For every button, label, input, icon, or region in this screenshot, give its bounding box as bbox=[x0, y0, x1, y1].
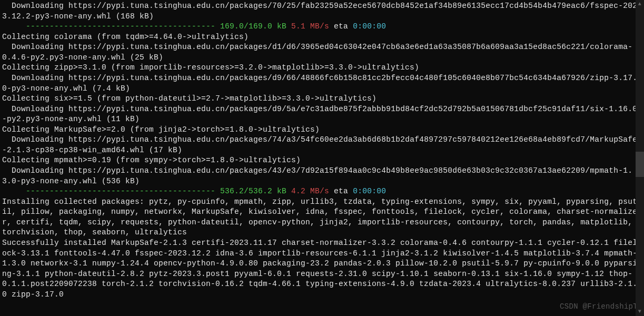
terminal-line: Downloading https://pypi.tuna.tsinghua.e… bbox=[2, 73, 642, 94]
terminal-text bbox=[2, 187, 26, 195]
scroll-down-icon[interactable]: ▼ bbox=[636, 308, 644, 316]
terminal-text: Collecting mpmath>=0.19 (from sympy->tor… bbox=[2, 156, 301, 164]
terminal-line: Downloading https://pypi.tuna.tsinghua.e… bbox=[2, 104, 642, 125]
terminal-text: ----------------------------------------… bbox=[26, 22, 286, 31]
terminal-line: Downloading https://pypi.tuna.tsinghua.e… bbox=[2, 42, 642, 63]
terminal-text: eta bbox=[329, 187, 348, 195]
terminal-text: 5.1 MB/s bbox=[286, 22, 329, 31]
terminal-text: Downloading https://pypi.tuna.tsinghua.e… bbox=[2, 74, 637, 93]
terminal-line: Downloading https://pypi.tuna.tsinghua.e… bbox=[2, 1, 642, 22]
terminal-text: Collecting MarkupSafe>=2.0 (from jinja2-… bbox=[2, 125, 320, 134]
scrollbar-thumb[interactable] bbox=[636, 152, 644, 177]
terminal-line: Downloading https://pypi.tuna.tsinghua.e… bbox=[2, 166, 642, 186]
terminal-text: eta bbox=[329, 22, 348, 31]
terminal-text: 4.2 MB/s bbox=[286, 187, 329, 195]
terminal-text: Downloading https://pypi.tuna.tsinghua.e… bbox=[2, 166, 632, 185]
terminal-line: Downloading https://pypi.tuna.tsinghua.e… bbox=[2, 135, 642, 155]
terminal-line: Installing collected packages: pytz, py-… bbox=[2, 197, 642, 238]
terminal-line: Collecting six>=1.5 (from python-dateuti… bbox=[2, 94, 642, 104]
scroll-up-icon[interactable]: ▲ bbox=[636, 0, 644, 8]
terminal-text: Downloading https://pypi.tuna.tsinghua.e… bbox=[2, 135, 637, 154]
terminal-line: Successfully installed MarkupSafe-2.1.3 … bbox=[2, 238, 642, 300]
terminal-text: Collecting six>=1.5 (from python-dateuti… bbox=[2, 94, 377, 103]
terminal-output[interactable]: Downloading https://pypi.tuna.tsinghua.e… bbox=[2, 1, 642, 300]
terminal-text: ----------------------------------------… bbox=[26, 187, 286, 195]
terminal-line: ----------------------------------------… bbox=[2, 22, 642, 32]
terminal-text: Collecting zipp>=3.1.0 (from importlib-r… bbox=[2, 63, 419, 72]
terminal-text: Successfully installed MarkupSafe-2.1.3 … bbox=[2, 239, 637, 299]
terminal-line: ----------------------------------------… bbox=[2, 186, 642, 197]
terminal-text: Collecting colorama (from tqdm>=4.64.0->… bbox=[2, 33, 249, 41]
terminal-text: Downloading https://pypi.tuna.tsinghua.e… bbox=[2, 43, 632, 62]
terminal-text: Installing collected packages: pytz, py-… bbox=[2, 197, 637, 237]
terminal-text: 0:00:00 bbox=[348, 22, 386, 31]
terminal-line: Collecting mpmath>=0.19 (from sympy->tor… bbox=[2, 155, 642, 166]
terminal-text bbox=[2, 22, 26, 31]
terminal-text: Downloading https://pypi.tuna.tsinghua.e… bbox=[2, 2, 637, 21]
terminal-text: Downloading https://pypi.tuna.tsinghua.e… bbox=[2, 105, 637, 124]
terminal-line: Collecting zipp>=3.1.0 (from importlib-r… bbox=[2, 63, 642, 73]
vertical-scrollbar[interactable]: ▲ ▼ bbox=[636, 0, 644, 316]
terminal-line: Collecting MarkupSafe>=2.0 (from jinja2-… bbox=[2, 125, 642, 135]
terminal-text: 0:00:00 bbox=[348, 187, 386, 195]
terminal-line: Collecting colorama (from tqdm>=4.64.0->… bbox=[2, 32, 642, 43]
watermark-label: CSDN @FriendshipT bbox=[560, 302, 638, 312]
